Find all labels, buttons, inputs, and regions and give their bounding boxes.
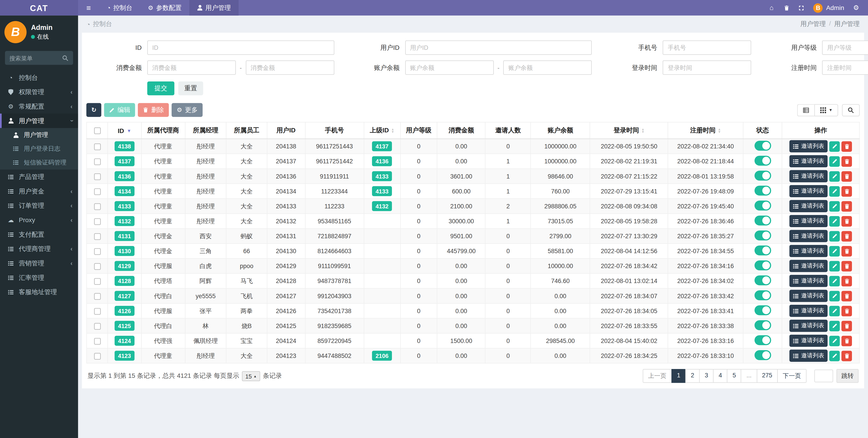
sidebar-subitem-user-login-log[interactable]: 用户登录日志 (0, 142, 78, 156)
column-header-user-id[interactable]: 用户ID (267, 122, 305, 139)
column-header-parent-id[interactable]: 上级ID▲▼ (364, 122, 400, 139)
edit-row-button[interactable] (829, 261, 840, 271)
status-toggle-on[interactable] (754, 201, 771, 211)
invite-list-button[interactable]: 邀请列表 (789, 350, 828, 362)
submit-button[interactable]: 提交 (147, 82, 174, 95)
column-header-register-time[interactable]: 注册时间▲▼ (668, 122, 743, 139)
sidebar-item-payment-config[interactable]: 支付配置 (0, 227, 78, 242)
sidebar-subitem-sms-code-management[interactable]: 短信验证码管理 (0, 156, 78, 170)
sidebar-item-user-management[interactable]: 用户管理‹ (0, 114, 78, 128)
settings-button[interactable]: ⚙ (848, 4, 864, 11)
sort-desc-icon[interactable]: ▼ (127, 128, 131, 134)
sidebar-item-order-management[interactable]: 订单管理‹ (0, 198, 78, 213)
search-button[interactable] (842, 104, 860, 116)
columns-button[interactable]: ▼ (814, 104, 838, 116)
sidebar-item-user-funds[interactable]: 用户资金‹ (0, 184, 78, 198)
row-checkbox[interactable] (94, 338, 100, 344)
sidebar-item-general-config[interactable]: ⚙常规配置‹ (0, 99, 78, 114)
row-checkbox[interactable] (94, 173, 100, 180)
status-toggle-on[interactable] (754, 231, 771, 240)
page-button-5[interactable]: 5 (727, 369, 741, 383)
status-toggle-on[interactable] (754, 290, 771, 300)
column-header-consume-amount[interactable]: 消费金额 (437, 122, 486, 139)
filter-input-register-time[interactable] (822, 60, 868, 75)
invite-list-button[interactable]: 邀请列表 (789, 334, 828, 347)
edit-row-button[interactable] (829, 231, 840, 241)
sidebar-item-permissions[interactable]: 权限管理‹ (0, 85, 78, 99)
invite-list-button[interactable]: 邀请列表 (789, 305, 828, 317)
nav-item-params-config[interactable]: ⚙参数配置 (140, 0, 189, 16)
edit-row-button[interactable] (829, 201, 840, 211)
delete-row-button[interactable] (842, 246, 852, 256)
filter-input-consume-amount-min[interactable] (147, 60, 236, 75)
home-button[interactable]: ⌂ (764, 4, 779, 11)
filter-input-account-balance-max[interactable] (503, 60, 592, 75)
sidebar-item-agent-management[interactable]: 代理商管理‹ (0, 242, 78, 256)
delete-row-button[interactable] (842, 261, 852, 271)
filter-input-user-id[interactable] (405, 40, 592, 55)
delete-row-button[interactable] (842, 291, 852, 301)
page-button-4[interactable]: 4 (713, 369, 727, 383)
delete-row-button[interactable] (842, 156, 852, 167)
sidebar-item-exchange-rate-management[interactable]: 汇率管理 (0, 270, 78, 285)
delete-row-button[interactable] (842, 305, 852, 316)
delete-row-button[interactable] (842, 231, 852, 241)
jump-page-input[interactable] (814, 370, 833, 382)
row-checkbox[interactable] (94, 203, 100, 210)
filter-input-account-balance-min[interactable] (405, 60, 494, 75)
invite-list-button[interactable]: 邀请列表 (789, 140, 828, 152)
status-toggle-on[interactable] (754, 171, 771, 180)
sidebar-item-product-management[interactable]: 产品管理 (0, 170, 78, 184)
jump-button[interactable]: 跳转 (836, 369, 859, 383)
column-header-user-level[interactable]: 用户等级 (400, 122, 437, 139)
row-checkbox[interactable] (94, 293, 100, 299)
brand-logo[interactable]: CAT (0, 0, 78, 16)
row-checkbox[interactable] (94, 248, 100, 255)
page-button-2[interactable]: 2 (685, 369, 700, 383)
status-toggle-on[interactable] (754, 156, 771, 166)
row-checkbox[interactable] (94, 188, 100, 195)
column-header-login-time[interactable]: 登录时间▲▼ (590, 122, 668, 139)
sidebar-toggle-button[interactable]: ≡ (78, 0, 99, 16)
edit-row-button[interactable] (829, 246, 840, 256)
row-checkbox[interactable] (94, 323, 100, 329)
sidebar-item-support-address-management[interactable]: 客服地址管理 (0, 285, 78, 299)
status-toggle-on[interactable] (754, 320, 771, 330)
reset-button[interactable]: 重置 (178, 82, 203, 95)
breadcrumb-section[interactable]: ◔ 控制台 (86, 20, 112, 28)
sort-icon[interactable]: ▲▼ (391, 128, 395, 133)
column-header-invite-count[interactable]: 邀请人数 (486, 122, 531, 139)
edit-row-button[interactable] (829, 305, 840, 316)
delete-row-button[interactable] (842, 186, 852, 197)
sidebar-search-input[interactable] (9, 55, 62, 61)
column-header-staff[interactable]: 所属员工 (226, 122, 267, 139)
row-checkbox[interactable] (94, 308, 100, 315)
select-all-checkbox[interactable] (94, 127, 100, 134)
invite-list-button[interactable]: 邀请列表 (789, 185, 828, 197)
row-checkbox[interactable] (94, 218, 100, 225)
column-header-id[interactable]: ID▼ (107, 122, 141, 139)
refresh-button[interactable]: ↻ (86, 103, 101, 117)
toggle-pagination-button[interactable] (797, 104, 814, 116)
delete-row-button[interactable] (842, 275, 852, 286)
sidebar-item-proxy[interactable]: ☁Proxy‹ (0, 213, 78, 227)
status-toggle-on[interactable] (754, 245, 771, 256)
nav-item-user-management[interactable]: 用户管理 (189, 0, 239, 16)
sidebar-subitem-user-management[interactable]: 用户管理 (0, 128, 78, 142)
delete-row-button[interactable] (842, 171, 852, 182)
delete-row-button[interactable] (842, 141, 852, 152)
page-button-next[interactable]: 下一页 (777, 369, 807, 383)
invite-list-button[interactable]: 邀请列表 (789, 260, 828, 272)
column-header-status[interactable]: 状态 (743, 122, 782, 139)
delete-row-button[interactable] (842, 335, 852, 346)
edit-row-button[interactable] (829, 186, 840, 197)
sort-icon[interactable]: ▲▼ (718, 128, 721, 133)
column-header-agent[interactable]: 所属代理商 (141, 122, 185, 139)
clear-cache-button[interactable] (779, 5, 794, 11)
status-toggle-on[interactable] (754, 275, 771, 285)
nav-item-dashboard[interactable]: ◔控制台 (99, 0, 140, 16)
page-button-prev[interactable]: 上一页 (643, 369, 672, 383)
edit-row-button[interactable] (829, 291, 840, 301)
invite-list-button[interactable]: 邀请列表 (789, 275, 828, 287)
row-checkbox[interactable] (94, 263, 100, 269)
